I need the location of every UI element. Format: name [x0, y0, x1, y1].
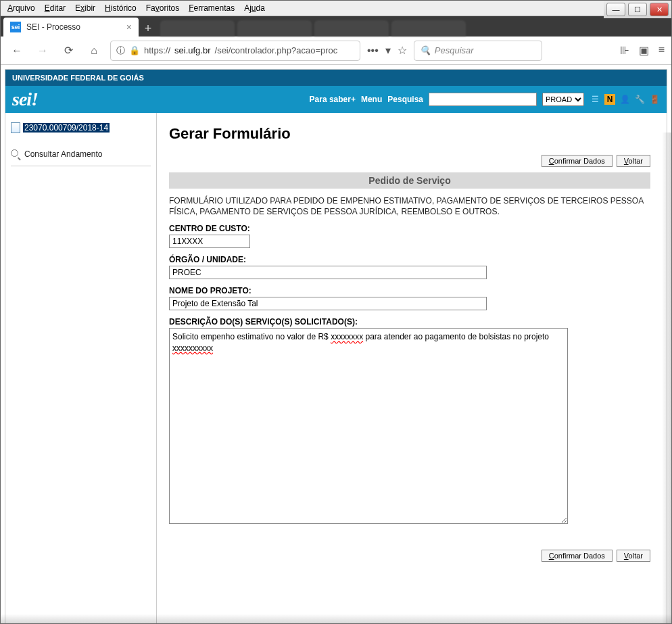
form-section-header: Pedido de Serviço	[169, 172, 650, 189]
library-icon[interactable]: ⊪	[620, 44, 629, 57]
label-nome-projeto: NOME DO PROJETO:	[169, 286, 650, 295]
label-orgao-unidade: ÓRGÃO / UNIDADE:	[169, 255, 650, 264]
label-centro-custo: CENTRO DE CUSTO:	[169, 224, 650, 233]
button-row-top: Confirmar Dados Voltar	[169, 155, 650, 167]
sei-search-input[interactable]	[429, 93, 537, 106]
home-button[interactable]: ⌂	[85, 41, 103, 60]
input-centro-custo[interactable]	[169, 235, 250, 248]
reader-icon[interactable]: ▾	[385, 44, 391, 57]
sidebar-icon[interactable]: ▣	[639, 44, 649, 57]
confirmar-dados-button-bottom[interactable]: Confirmar Dados	[542, 550, 613, 562]
textarea-descricao-servico[interactable]: Solicito empenho estimativo no valor de …	[169, 328, 568, 524]
toolbar-right: ⊪ ▣ ≡	[620, 44, 665, 57]
sei-logo: sei!	[12, 89, 38, 110]
lock-icon: 🔒	[129, 45, 140, 55]
menu-exibir[interactable]: Exibir	[71, 2, 99, 14]
forward-button[interactable]: →	[33, 41, 52, 60]
tab-strip: sei SEI - Processo × +	[1, 16, 671, 37]
form-pane: Gerar Formulário Confirmar Dados Voltar …	[157, 113, 667, 623]
hamburger-menu-icon[interactable]: ≡	[658, 44, 665, 57]
menu-favoritos[interactable]: Favoritos	[142, 2, 183, 14]
menu-ferramentas[interactable]: Ferramentas	[185, 2, 239, 14]
link-menu[interactable]: Menu	[361, 95, 382, 104]
sei-page: UNIVERSIDADE FEDERAL DE GOIÁS sei! Para …	[5, 69, 667, 623]
document-icon	[11, 122, 20, 133]
label-descricao-servico: DESCRIÇÃO DO(S) SERVIÇO(S) SOLICITADO(S)…	[169, 317, 650, 327]
tab-background-4[interactable]	[391, 20, 466, 37]
more-actions-icon[interactable]: •••	[367, 45, 379, 57]
voltar-button-bottom[interactable]: Voltar	[617, 550, 650, 562]
minimize-button[interactable]: —	[606, 3, 625, 16]
form-description: FORMULÁRIO UTILIZADO PARA PEDIDO DE EMPE…	[169, 195, 650, 217]
tab-close-icon[interactable]: ×	[126, 22, 132, 32]
university-bar: UNIVERSIDADE FEDERAL DE GOIÁS	[5, 70, 667, 86]
url-scheme: https://	[144, 45, 170, 55]
input-nome-projeto[interactable]	[169, 297, 487, 310]
magnifier-icon	[11, 149, 20, 159]
browser-toolbar: ← → ⟳ ⌂ ⓘ 🔒 https://sei.ufg.br/sei/contr…	[1, 37, 671, 65]
new-tab-button[interactable]: +	[139, 20, 158, 37]
voltar-button-top[interactable]: Voltar	[617, 155, 650, 167]
close-button[interactable]: ✕	[650, 3, 669, 16]
sidebar-divider	[11, 166, 151, 166]
menu-arquivo[interactable]: Arquivo	[3, 2, 39, 14]
link-para-saber[interactable]: Para saber+	[310, 95, 356, 104]
reload-button[interactable]: ⟳	[59, 41, 78, 60]
tab-background-2[interactable]	[237, 20, 312, 37]
control-processes-icon[interactable]: ☰	[590, 94, 600, 105]
page-viewport: UNIVERSIDADE FEDERAL DE GOIÁS sei! Para …	[1, 65, 671, 623]
config-icon[interactable]: 🔧	[634, 94, 645, 105]
search-placeholder: Pesquisar	[435, 45, 474, 55]
tab-favicon: sei	[10, 22, 21, 32]
menu-ajuda[interactable]: Ajuda	[240, 2, 269, 14]
sei-topbar: sei! Para saber+ Menu Pesquisa PROAD ☰ N…	[5, 86, 667, 113]
confirmar-dados-button-top[interactable]: Confirmar Dados	[542, 155, 613, 167]
tab-active[interactable]: sei SEI - Processo ×	[3, 18, 139, 37]
button-row-bottom: Confirmar Dados Voltar	[169, 550, 650, 562]
site-info-icon[interactable]: ⓘ	[116, 45, 125, 57]
maximize-button[interactable]: ☐	[628, 3, 647, 16]
body-split: 23070.000709/2018-14 Consultar Andamento…	[5, 113, 667, 623]
window-controls: — ☐ ✕	[604, 1, 671, 18]
menu-historico[interactable]: Histórico	[101, 2, 141, 14]
url-host: sei.ufg.br	[174, 45, 210, 55]
bookmark-star-icon[interactable]: ☆	[398, 44, 407, 57]
page-title: Gerar Formulário	[169, 125, 650, 143]
sei-toolbar-icons: ☰ N 👤 🔧 🚪	[590, 94, 660, 105]
process-number: 23070.000709/2018-14	[23, 123, 110, 133]
consultar-label: Consultar Andamento	[24, 149, 102, 159]
process-link[interactable]: 23070.000709/2018-14	[11, 122, 151, 133]
page-actions: ••• ▾ ☆	[367, 44, 407, 57]
consultar-andamento-link[interactable]: Consultar Andamento	[11, 149, 151, 159]
tab-title: SEI - Processo	[26, 22, 80, 32]
search-box[interactable]: 🔍 Pesquisar	[414, 41, 542, 61]
process-tree-pane: 23070.000709/2018-14 Consultar Andamento	[5, 113, 157, 623]
unit-select[interactable]: PROAD	[542, 93, 584, 106]
back-button[interactable]: ←	[7, 41, 26, 60]
tab-background-3[interactable]	[314, 20, 389, 37]
app-menubar: Arquivo Editar Exibir Histórico Favorito…	[1, 1, 671, 16]
input-orgao-unidade[interactable]	[169, 266, 487, 279]
novidades-icon[interactable]: N	[604, 94, 615, 105]
url-path: /sei/controlador.php?acao=proc	[215, 45, 338, 55]
user-icon[interactable]: 👤	[619, 94, 630, 105]
browser-window: — ☐ ✕ Arquivo Editar Exibir Histórico Fa…	[0, 0, 672, 624]
tab-background-1[interactable]	[160, 20, 235, 37]
menu-editar[interactable]: Editar	[41, 2, 70, 14]
search-icon: 🔍	[420, 45, 431, 55]
exit-icon[interactable]: 🚪	[649, 94, 660, 105]
link-pesquisa[interactable]: Pesquisa	[387, 95, 423, 104]
url-bar[interactable]: ⓘ 🔒 https://sei.ufg.br/sei/controlador.p…	[110, 41, 360, 61]
